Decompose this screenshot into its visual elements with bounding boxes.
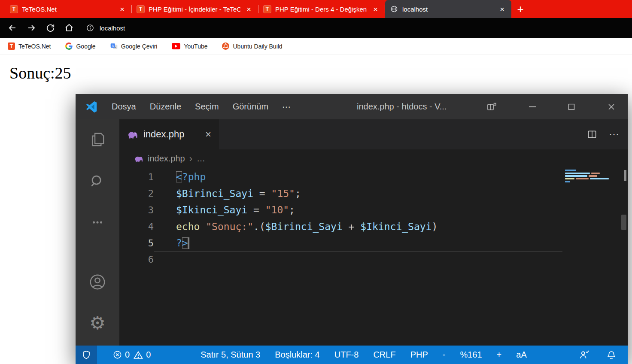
browser-tab-localhost-active[interactable]: localhost × [385, 0, 511, 18]
tab-close-icon[interactable]: × [245, 4, 253, 14]
maximize-button[interactable] [562, 94, 581, 119]
cursor-position-status[interactable]: Satır 5, Sütun 3 [201, 350, 260, 360]
minimap[interactable] [565, 170, 618, 184]
overview-ruler-mark [624, 170, 626, 181]
code-token: $Ikinci_Sayi [360, 221, 431, 232]
browser-tab-teteos[interactable]: T TeTeOS.Net × [5, 0, 131, 18]
php-elephant-icon [127, 130, 138, 139]
vscode-title-bar[interactable]: Dosya Düzenle Seçim Görünüm ⋯ index.php … [76, 94, 628, 119]
code-token: ; [289, 204, 295, 215]
code-token: "10" [265, 204, 289, 215]
bookmark-google-translate[interactable]: Aa Google Çeviri [110, 42, 158, 50]
code-line-3[interactable]: 3$Ikinci_Sayi = "10"; [119, 202, 628, 218]
browser-toolbar: localhost [0, 18, 632, 38]
breadcrumb-file[interactable]: index.php [148, 154, 185, 164]
zoom-out-button[interactable]: - [443, 350, 446, 360]
site-info-icon[interactable] [86, 24, 94, 32]
menu-duzenle[interactable]: Düzenle [143, 102, 188, 112]
code-area[interactable]: 1<?php2$Birinci_Sayi = "15";3$Ikinci_Say… [119, 168, 628, 268]
status-right-icons [579, 349, 617, 360]
feedback-person-icon[interactable] [579, 349, 590, 360]
vscode-menu-bar: Dosya Düzenle Seçim Görünüm ⋯ [105, 102, 298, 112]
browser-tab-php-ders4[interactable]: T PHP Eğitimi - Ders 4 - Değişkenle × [258, 0, 385, 18]
indentation-status[interactable]: Boşluklar: 4 [275, 350, 320, 360]
bookmark-ubuntu[interactable]: Ubuntu Daily Build [222, 42, 282, 50]
close-window-button[interactable] [602, 94, 621, 119]
tab-title: TeTeOS.Net [22, 6, 114, 13]
forward-button[interactable] [23, 20, 40, 36]
notifications-bell-icon[interactable] [606, 350, 617, 360]
problems-indicator[interactable]: 0 0 [112, 350, 151, 360]
new-tab-button[interactable]: + [511, 0, 529, 18]
line-number: 5 [119, 238, 154, 249]
screen-reader-status[interactable]: aA [516, 350, 526, 360]
code-token: ? [176, 237, 182, 249]
line-number: 4 [119, 221, 154, 232]
home-button[interactable] [61, 20, 77, 36]
menu-dosya[interactable]: Dosya [105, 102, 143, 112]
code-line-2[interactable]: 2$Birinci_Sayi = "15"; [119, 185, 628, 202]
breadcrumb-symbol[interactable]: … [197, 154, 205, 164]
ubuntu-icon [222, 42, 229, 50]
editor-tab-label: index.php [143, 129, 200, 140]
editor-tab-close-icon[interactable]: × [205, 128, 211, 140]
back-button[interactable] [4, 20, 21, 36]
editor-scrollbar[interactable] [621, 215, 626, 230]
editor-tab-indexphp[interactable]: index.php × [119, 119, 219, 149]
bookmark-label: Google [76, 43, 95, 50]
code-token: $Birinci_Sayi [265, 221, 343, 232]
settings-gear-icon[interactable]: ⚙ [76, 311, 119, 335]
menu-gorunum[interactable]: Görünüm [226, 102, 275, 112]
bookmark-teteos[interactable]: T TeTeOS.Net [8, 42, 51, 50]
warnings-count: 0 [146, 350, 151, 360]
reload-button[interactable] [42, 20, 58, 36]
customize-layout-button[interactable] [482, 94, 501, 119]
browser-tab-php-icindekiler[interactable]: T PHP Eğitimi - İçindekiler - TeTeOS × [132, 0, 258, 18]
split-editor-icon[interactable] [586, 129, 598, 140]
teteos-favicon: T [264, 6, 271, 13]
code-token [200, 221, 206, 232]
vscode-status-bar: 0 0 Satır 5, Sütun 3 Boşluklar: 4 UTF-8 … [76, 346, 628, 364]
globe-icon [390, 5, 398, 13]
search-icon[interactable] [76, 169, 119, 193]
bookmark-youtube[interactable]: YouTube [172, 43, 207, 50]
code-token: ?php [182, 171, 206, 182]
accounts-icon[interactable] [76, 270, 119, 294]
editor-more-actions-icon[interactable]: ⋯ [609, 128, 620, 140]
line-content: $Ikinci_Sayi = "10"; [154, 204, 628, 215]
code-line-6[interactable]: 6 [119, 252, 628, 268]
tab-close-icon[interactable]: × [498, 4, 506, 14]
window-title: index.php - htdocs - V... [357, 94, 447, 119]
tab-title: PHP Eğitimi - İçindekiler - TeTeOS [149, 6, 240, 13]
explorer-icon[interactable] [76, 127, 119, 152]
code-token: = [247, 204, 265, 215]
more-actions-icon[interactable] [76, 210, 119, 234]
code-line-4[interactable]: 4echo "Sonuç:".($Birinci_Sayi + $Ikinci_… [119, 218, 628, 235]
editor-pane[interactable]: 1<?php2$Birinci_Sayi = "15";3$Ikinci_Say… [119, 168, 628, 346]
menu-secim[interactable]: Seçim [188, 102, 226, 112]
language-mode-status[interactable]: PHP [410, 350, 428, 360]
encoding-status[interactable]: UTF-8 [334, 350, 359, 360]
workspace-trust-badge[interactable] [76, 346, 97, 364]
code-token: ) [431, 221, 438, 232]
bookmark-google[interactable]: Google [65, 42, 95, 50]
line-number: 3 [119, 205, 154, 215]
line-content: $Birinci_Sayi = "15"; [154, 188, 628, 199]
minimize-button[interactable] [523, 94, 542, 119]
menu-overflow[interactable]: ⋯ [275, 102, 298, 112]
zoom-in-button[interactable]: + [497, 350, 502, 360]
zoom-level-status[interactable]: %161 [460, 350, 482, 360]
tab-close-icon[interactable]: × [118, 4, 126, 14]
svg-text:a: a [115, 46, 116, 49]
code-line-1[interactable]: 1<?php [119, 169, 628, 185]
code-token: .( [253, 221, 265, 232]
code-line-5[interactable]: 5?> [119, 235, 628, 252]
php-output-text: Sonuç:25 [9, 64, 71, 82]
eol-status[interactable]: CRLF [373, 350, 395, 360]
tab-close-icon[interactable]: × [371, 4, 380, 14]
address-text[interactable]: localhost [100, 24, 125, 32]
address-bar[interactable]: localhost [80, 21, 628, 35]
line-number: 2 [119, 188, 154, 199]
status-items: Satır 5, Sütun 3 Boşluklar: 4 UTF-8 CRLF… [201, 350, 527, 360]
vscode-logo-icon [85, 100, 98, 113]
